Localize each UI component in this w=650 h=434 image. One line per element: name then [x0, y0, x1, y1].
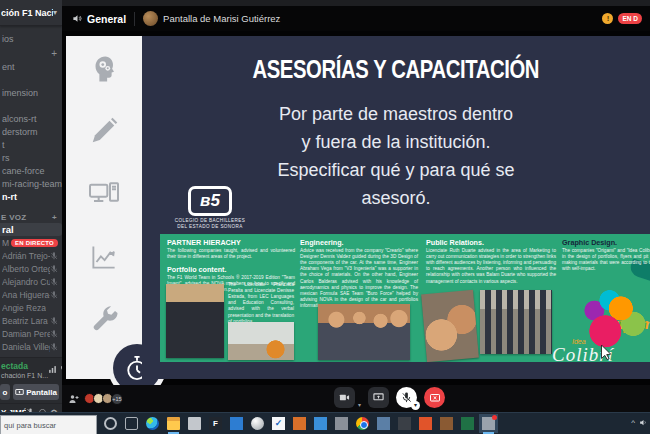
stream-view: General Pantalla de Marisi Gutiérrez ! E… — [62, 0, 650, 412]
stream-bottom-bar: +15 ▾ ▾ — [62, 385, 650, 412]
server-header[interactable]: ción F1 Nacional ... ▾ — [0, 0, 62, 26]
dark-app-icon[interactable] — [398, 417, 411, 430]
voice-category-label: E VOZ — [1, 213, 27, 222]
voice-member[interactable]: Adrián Trejo-Manuf... — [0, 249, 62, 262]
channel-item[interactable]: rs — [0, 151, 62, 164]
screen-x-icon — [429, 392, 441, 404]
voice-member[interactable]: Ana Higuera-Diseñ... — [0, 288, 62, 301]
poster-text: Licenciate Ruth Duarte advised in the ar… — [426, 248, 556, 285]
voice-connected-label: ectada — [1, 361, 48, 371]
f-app-icon[interactable]: F — [209, 417, 222, 430]
gray-app-icon[interactable] — [335, 417, 348, 430]
voice-member[interactable]: Alejandro Cuen-Ing... — [0, 275, 62, 288]
server-name: ción F1 Nacional ... — [1, 8, 53, 18]
windows-search-box[interactable]: quí para buscar — [0, 415, 97, 434]
todo-check-icon[interactable]: ✓ — [272, 417, 285, 430]
search-placeholder: quí para buscar — [4, 421, 56, 430]
photos-icon[interactable] — [230, 417, 243, 430]
chevron-down-icon[interactable]: ▾ — [411, 401, 420, 410]
camera-icon — [339, 392, 350, 403]
cortana-icon[interactable] — [104, 417, 117, 430]
channel-item[interactable]: alcons-rt — [0, 112, 62, 125]
add-voice-channel-icon[interactable]: + — [52, 213, 57, 222]
member-name: Ana Higuera-Diseñ... — [2, 290, 50, 300]
more-viewers-badge[interactable]: +15 — [111, 393, 123, 405]
cobach-emblem: ʙ5 — [188, 186, 232, 216]
photo-engineering-team — [318, 304, 410, 360]
photos-2-icon[interactable] — [314, 417, 327, 430]
file-explorer-icon[interactable] — [167, 417, 180, 430]
poster: PARTNER HIERACHY The following companies… — [160, 234, 650, 362]
badged-app-icon[interactable] — [482, 417, 495, 430]
category-header[interactable]: + — [0, 48, 62, 60]
connection-server-label: chación F1 N... — [1, 372, 48, 379]
poster-heading: PARTNER HIERACHY — [167, 238, 295, 247]
mind-gears-icon — [89, 54, 119, 84]
brown-app-icon[interactable] — [440, 417, 453, 430]
mute-button[interactable]: ▾ — [396, 387, 417, 408]
chevron-down-icon[interactable]: ▾ — [358, 401, 361, 408]
mic-muted-icon — [50, 252, 58, 260]
live-badge: EN DIRECTO — [11, 239, 58, 247]
add-channel-icon[interactable]: + — [51, 48, 57, 60]
stream-controls: ▾ ▾ — [334, 387, 445, 408]
sphere-app-icon[interactable] — [251, 417, 264, 430]
voice-member[interactable]: Damian Perez - Dis... — [0, 327, 62, 340]
add-person-icon[interactable] — [68, 393, 80, 405]
speaker-icon — [72, 13, 83, 24]
channel-item[interactable]: derstorm — [0, 125, 62, 138]
voice-category-header[interactable]: E VOZ + — [0, 211, 62, 223]
task-view-icon[interactable] — [125, 417, 138, 430]
member-name: Alberto Ortega — [2, 264, 50, 274]
chrome-icon[interactable] — [356, 417, 369, 430]
warning-icon[interactable]: ! — [602, 13, 613, 24]
photo-team — [166, 284, 224, 358]
channel-item[interactable]: ent — [0, 60, 62, 73]
shared-screen: ASESORÍAS Y CAPACITACIÓN Por parte de ma… — [62, 31, 650, 385]
excel-icon[interactable] — [461, 417, 474, 430]
red-app-icon[interactable] — [419, 417, 432, 430]
live-badge: EN D — [618, 13, 642, 24]
channel-item[interactable]: cane-force — [0, 164, 62, 177]
tray-expand-icon[interactable]: ^ — [631, 418, 635, 427]
voice-member[interactable]: Alberto Ortega — [0, 262, 62, 275]
mouse-cursor — [600, 344, 614, 360]
poster-text: Advice was received from the company "Cr… — [300, 248, 418, 309]
voice-channel-general[interactable]: ral — [0, 223, 62, 236]
pencil-icon — [89, 116, 119, 146]
windows-taskbar: quí para buscar F ✓ ^ — [0, 412, 650, 434]
poster-heading: Public Relations. — [426, 238, 556, 247]
voice-member[interactable]: Daniela Villegas-Lid... — [0, 340, 62, 353]
poster-heading: Portfolio content. — [167, 265, 295, 274]
channel-item[interactable]: ios — [0, 32, 62, 45]
orange-app-icon[interactable] — [293, 417, 306, 430]
signal-icon[interactable] — [48, 365, 57, 374]
screen-share-toggle-button[interactable] — [368, 387, 389, 408]
stream-title[interactable]: Pantalla de Marisi Gutiérrez — [163, 13, 280, 24]
poster-heading: Engineering. — [300, 238, 418, 247]
channel-item-unread[interactable]: n-rt — [0, 190, 62, 203]
camera-button[interactable] — [334, 387, 355, 408]
channel-item[interactable]: imension — [0, 86, 62, 99]
edge-icon[interactable] — [146, 417, 159, 430]
channel-item[interactable]: t — [0, 138, 62, 151]
store-icon[interactable] — [188, 417, 201, 430]
volume-icon[interactable] — [639, 418, 648, 427]
slide-icon-strip — [66, 36, 142, 379]
screen-share-button[interactable]: Pantalla — [13, 384, 59, 400]
voice-member[interactable]: Angie Reza — [0, 301, 62, 314]
cobach-logo: ʙ5 COLEGIO DE BACHILLERES DEL ESTADO DE … — [166, 186, 254, 230]
photo-group — [480, 290, 552, 354]
channel-item[interactable]: mi-racing-team — [0, 177, 62, 190]
colibri-logo — [580, 281, 650, 352]
voice-member[interactable]: Beatriz Lara - Diseñ... — [0, 314, 62, 327]
screen-icon — [373, 392, 384, 403]
video-button[interactable]: o — [0, 384, 10, 400]
blue-gray-app-icon[interactable] — [377, 417, 390, 430]
voice-member-streamer[interactable]: Marisi G... EN DIRECTO — [0, 236, 62, 249]
user-bar: Y JIMÉ... ⚙ — [0, 403, 62, 412]
member-name: Damian Perez - Dis... — [2, 329, 50, 339]
disconnect-phone-icon[interactable] — [60, 365, 62, 375]
mic-muted-icon — [50, 330, 58, 338]
stop-streaming-button[interactable] — [424, 387, 445, 408]
